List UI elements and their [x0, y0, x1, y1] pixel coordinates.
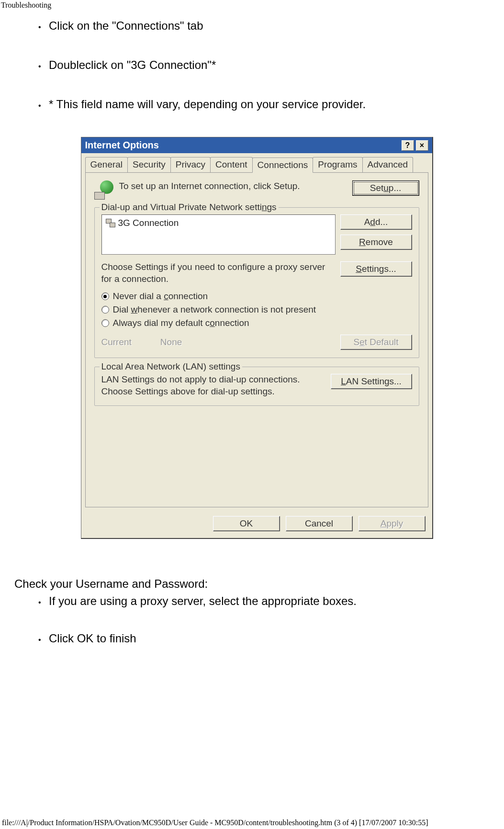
dialup-group: Dial-up and Virtual Private Network sett…	[94, 207, 419, 358]
tab-content[interactable]: Content	[210, 157, 253, 172]
radio-never-dial[interactable]: Never dial a connection	[101, 290, 412, 303]
current-value: None	[160, 337, 312, 347]
list-item: Doubleclick on "3G Connection"*	[38, 58, 475, 72]
list-item: Click OK to finish	[38, 632, 504, 645]
proxy-settings-row: Choose Settings if you need to configure…	[101, 261, 412, 285]
remove-button[interactable]: Remove	[340, 235, 412, 250]
radio-icon	[101, 292, 109, 300]
tab-panel: To set up an Internet connection, click …	[85, 172, 428, 507]
lan-settings-button[interactable]: LAN Settings...	[331, 374, 412, 389]
dialup-list-row: 3G Connection Add... Remove	[101, 214, 412, 255]
tab-advanced[interactable]: Advanced	[362, 157, 414, 172]
add-button[interactable]: Add...	[340, 214, 412, 230]
setup-text: To set up an Internet connection, click …	[119, 180, 347, 192]
radio-label: Never dial a connection	[113, 291, 208, 302]
list-item: If you are using a proxy server, select …	[38, 594, 504, 608]
internet-options-dialog: Internet Options ? × General Security Pr…	[81, 137, 433, 539]
tab-security[interactable]: Security	[127, 157, 171, 172]
setup-row: To set up an Internet connection, click …	[94, 180, 419, 200]
tab-privacy[interactable]: Privacy	[170, 157, 211, 172]
list-item[interactable]: 3G Connection	[104, 217, 333, 229]
radio-dial-whenever[interactable]: Dial whenever a network connection is no…	[101, 303, 412, 316]
lan-text: LAN Settings do not apply to dial-up con…	[101, 374, 326, 397]
connections-listbox[interactable]: 3G Connection	[101, 214, 336, 255]
connection-item-label: 3G Connection	[118, 218, 179, 228]
lan-group: Local Area Network (LAN) settings LAN Se…	[94, 367, 419, 405]
radio-label: Always dial my default connection	[113, 318, 249, 328]
current-label: Current	[101, 337, 132, 347]
page-footer-path: file:///A|/Product Information/HSPA/Ovat…	[2, 818, 428, 827]
content-area: Click on the "Connections" tab Doublecli…	[0, 10, 504, 563]
dialup-buttons-col: Add... Remove	[340, 214, 412, 255]
apply-button: Apply	[358, 516, 426, 531]
radio-always-dial[interactable]: Always dial my default connection	[101, 316, 412, 330]
radio-label: Dial whenever a network connection is no…	[113, 304, 316, 315]
tab-connections[interactable]: Connections	[252, 157, 314, 173]
list-item: * This field name will vary, depending o…	[38, 98, 475, 111]
help-icon[interactable]: ?	[402, 140, 414, 151]
tab-programs[interactable]: Programs	[313, 157, 362, 172]
ok-button[interactable]: OK	[213, 516, 280, 531]
dialog-actions: OK Cancel Apply	[81, 511, 432, 538]
dialog-titlebar: Internet Options ? ×	[81, 137, 432, 153]
set-default-button: Set Default	[340, 335, 412, 350]
connection-icon	[106, 219, 115, 227]
section-heading: Check your Username and Password:	[14, 577, 504, 591]
bottom-bullet-list: If you are using a proxy server, select …	[0, 594, 504, 645]
proxy-text: Choose Settings if you need to configure…	[101, 261, 336, 285]
tabs-row: General Security Privacy Content Connect…	[81, 153, 432, 172]
tab-general[interactable]: General	[85, 157, 128, 172]
dialog-title: Internet Options	[85, 140, 159, 151]
dialup-group-label: Dial-up and Virtual Private Network sett…	[100, 202, 279, 213]
settings-button[interactable]: Settings...	[340, 261, 412, 277]
top-bullet-list: Click on the "Connections" tab Doublecli…	[38, 19, 475, 111]
radio-icon	[101, 306, 109, 314]
radio-icon	[101, 319, 109, 327]
titlebar-buttons: ? ×	[402, 140, 428, 151]
dialog-screenshot: Internet Options ? × General Security Pr…	[38, 137, 475, 539]
lan-row: LAN Settings do not apply to dial-up con…	[101, 374, 412, 397]
cancel-button[interactable]: Cancel	[286, 516, 353, 531]
list-item: Click on the "Connections" tab	[38, 19, 475, 33]
close-icon[interactable]: ×	[416, 140, 428, 151]
current-row: Current None Set Default	[101, 335, 412, 350]
page-header: Troubleshooting	[0, 0, 504, 10]
lan-group-label: Local Area Network (LAN) settings	[100, 361, 242, 372]
setup-button[interactable]: Setup...	[352, 180, 419, 196]
globe-monitor-icon	[94, 180, 113, 200]
